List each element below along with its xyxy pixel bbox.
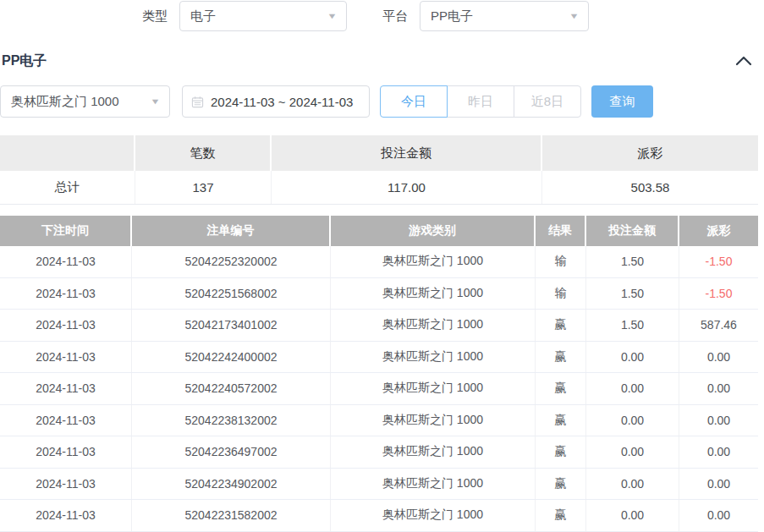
date-range-value: 2024-11-03 ~ 2024-11-03 [211, 95, 353, 109]
query-bar: 奥林匹斯之门 1000 ▼ 2024-11-03 ~ 2024-11-03 今日… [0, 85, 764, 118]
game-category-cell: 奥林匹斯之门 1000 [331, 278, 536, 310]
search-button[interactable]: 查询 [591, 85, 653, 118]
header-game-category: 游戏类别 [331, 216, 536, 246]
table-row: 2024-11-0352042242400002奥林匹斯之门 1000赢0.00… [0, 342, 758, 374]
result-cell: 赢 [536, 373, 586, 404]
payout-cell: 0.00 [679, 469, 758, 500]
date-range-picker[interactable]: 2024-11-03 ~ 2024-11-03 [182, 85, 370, 118]
bet-time-cell: 2024-11-03 [0, 436, 132, 468]
chevron-down-icon: ▼ [150, 97, 160, 106]
bet-id-cell: 52042251568002 [132, 278, 331, 310]
bet-amount-cell: 1.50 [586, 310, 679, 341]
header-result: 结果 [536, 216, 586, 246]
summary-payout-value: 503.58 [542, 171, 758, 204]
bet-time-cell: 2024-11-03 [0, 405, 132, 436]
summary-count-value: 137 [135, 171, 272, 204]
quick-filter-group: 今日 昨日 近8日 [380, 85, 581, 118]
result-cell: 赢 [536, 469, 586, 500]
table-row: 2024-11-0352042231582002奥林匹斯之门 1000赢0.00… [0, 500, 758, 532]
payout-cell: -1.50 [679, 246, 758, 277]
payout-cell: 0.00 [679, 500, 758, 531]
bet-amount-cell: 0.00 [586, 373, 679, 404]
summary-header-empty [0, 135, 135, 171]
game-category-cell: 奥林匹斯之门 1000 [331, 246, 536, 277]
table-row: 2024-11-0352042234902002奥林匹斯之门 1000赢0.00… [0, 469, 758, 501]
top-filter-bar: 类型 电子 ▼ 平台 PP电子 ▼ [0, 0, 764, 32]
chevron-down-icon: ▼ [327, 12, 337, 20]
platform-select[interactable]: PP电子 ▼ [420, 1, 589, 31]
bet-id-cell: 52042173401002 [132, 310, 331, 341]
game-category-cell: 奥林匹斯之门 1000 [331, 310, 536, 341]
payout-cell: 587.46 [679, 310, 758, 341]
bet-time-cell: 2024-11-03 [0, 310, 132, 341]
bet-id-cell: 52042231582002 [132, 500, 331, 531]
result-cell: 输 [536, 278, 586, 310]
game-category-cell: 奥林匹斯之门 1000 [331, 342, 536, 373]
table-row: 2024-11-0352042173401002奥林匹斯之门 1000赢1.50… [0, 310, 758, 342]
quick-filter-today[interactable]: 今日 [380, 85, 448, 118]
detail-table: 下注时间 注单编号 游戏类别 结果 投注金额 派彩 2024-11-035204… [0, 216, 758, 532]
table-row: 2024-11-0352042236497002奥林匹斯之门 1000赢0.00… [0, 436, 758, 469]
type-label: 类型 [142, 8, 168, 25]
bet-amount-cell: 0.00 [586, 500, 679, 531]
result-cell: 赢 [536, 342, 586, 373]
game-category-cell: 奥林匹斯之门 1000 [331, 436, 536, 468]
type-select-value: 电子 [190, 8, 216, 25]
game-category-cell: 奥林匹斯之门 1000 [331, 469, 536, 500]
result-cell: 赢 [536, 310, 586, 341]
summary-total-row: 总计 137 117.00 503.58 [0, 171, 758, 205]
bet-id-cell: 52042234902002 [132, 469, 331, 500]
type-select[interactable]: 电子 ▼ [179, 1, 347, 31]
chevron-up-icon [735, 56, 752, 66]
bet-time-cell: 2024-11-03 [0, 246, 132, 277]
result-cell: 赢 [536, 500, 586, 531]
header-bet-amount: 投注金额 [586, 216, 679, 246]
platform-label: 平台 [382, 8, 408, 25]
payout-cell: 0.00 [679, 342, 758, 373]
quick-filter-last8days[interactable]: 近8日 [514, 85, 581, 118]
game-select[interactable]: 奥林匹斯之门 1000 ▼ [0, 85, 170, 118]
table-row: 2024-11-0352042240572002奥林匹斯之门 1000赢0.00… [0, 373, 758, 405]
summary-bet-amount-value: 117.00 [272, 171, 542, 204]
result-cell: 输 [536, 246, 586, 277]
bet-time-cell: 2024-11-03 [0, 278, 132, 310]
bet-time-cell: 2024-11-03 [0, 500, 132, 531]
detail-table-header: 下注时间 注单编号 游戏类别 结果 投注金额 派彩 [0, 216, 758, 246]
calendar-icon [191, 96, 204, 108]
bet-amount-cell: 0.00 [586, 342, 679, 373]
quick-filter-yesterday[interactable]: 昨日 [447, 85, 514, 118]
collapse-button[interactable] [735, 56, 752, 66]
bet-amount-cell: 0.00 [586, 469, 679, 500]
bet-id-cell: 52042252320002 [132, 246, 331, 277]
summary-table: 笔数 投注金额 派彩 总计 137 117.00 503.58 [0, 135, 758, 205]
bet-amount-cell: 1.50 [586, 246, 679, 277]
payout-cell: 0.00 [679, 405, 758, 436]
detail-table-body: 2024-11-0352042252320002奥林匹斯之门 1000输1.50… [0, 246, 758, 532]
result-cell: 赢 [536, 405, 586, 436]
bet-id-cell: 52042236497002 [132, 436, 331, 468]
bet-time-cell: 2024-11-03 [0, 373, 132, 404]
summary-header-payout: 派彩 [542, 135, 758, 171]
bet-id-cell: 52042238132002 [132, 405, 331, 436]
bet-id-cell: 52042240572002 [132, 373, 331, 404]
summary-total-label: 总计 [0, 171, 135, 204]
game-category-cell: 奥林匹斯之门 1000 [331, 500, 536, 531]
header-payout: 派彩 [679, 216, 758, 246]
game-category-cell: 奥林匹斯之门 1000 [331, 373, 536, 404]
payout-cell: -1.50 [679, 278, 758, 310]
bet-amount-cell: 0.00 [586, 436, 679, 468]
summary-header-bet-amount: 投注金额 [272, 135, 542, 171]
payout-cell: 0.00 [679, 373, 758, 404]
game-select-value: 奥林匹斯之门 1000 [11, 94, 119, 110]
bet-id-cell: 52042242400002 [132, 342, 331, 373]
bet-amount-cell: 0.00 [586, 405, 679, 436]
table-row: 2024-11-0352042251568002奥林匹斯之门 1000输1.50… [0, 278, 758, 310]
header-bet-id: 注单编号 [132, 216, 331, 246]
platform-select-value: PP电子 [431, 8, 473, 25]
game-category-cell: 奥林匹斯之门 1000 [331, 405, 536, 436]
summary-header-count: 笔数 [135, 135, 272, 171]
payout-cell: 0.00 [679, 436, 758, 468]
section-header: PP电子 [0, 50, 764, 72]
header-bet-time: 下注时间 [0, 216, 132, 246]
summary-table-header: 笔数 投注金额 派彩 [0, 135, 758, 171]
